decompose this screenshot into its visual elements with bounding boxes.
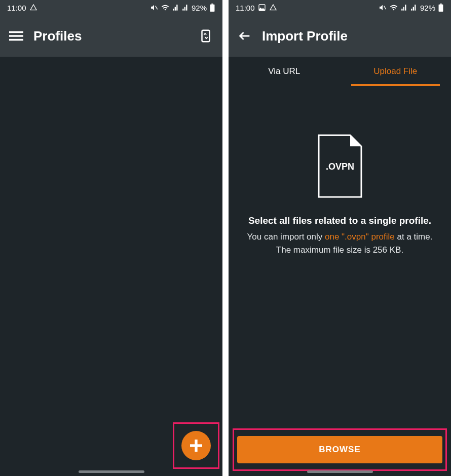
- import-tabs: Via URL Upload File: [229, 57, 451, 86]
- svg-rect-2: [211, 4, 213, 5]
- svg-rect-5: [9, 39, 23, 41]
- svg-rect-4: [9, 35, 23, 37]
- wifi-icon: [389, 4, 398, 12]
- status-bar: 11:00 92%: [229, 0, 451, 15]
- battery-icon: [438, 4, 444, 12]
- ovpn-file-icon: .OVPN: [318, 134, 362, 198]
- upload-content: .OVPN Select all files related to a sing…: [229, 86, 451, 266]
- wifi-icon: [161, 4, 170, 12]
- page-title: Import Profile: [262, 28, 442, 44]
- swap-device-icon[interactable]: [198, 28, 213, 44]
- triangle-icon: [29, 4, 37, 12]
- battery-icon: [209, 4, 215, 12]
- back-icon[interactable]: [238, 29, 252, 43]
- add-profile-button[interactable]: [181, 431, 211, 460]
- profiles-screen: 11:00 92% Pro: [0, 0, 222, 476]
- fab-highlight-box: [173, 422, 219, 469]
- svg-rect-1: [210, 5, 215, 12]
- svg-rect-8: [190, 444, 202, 447]
- status-time: 11:00: [236, 4, 255, 12]
- svg-rect-3: [9, 31, 23, 33]
- svg-line-10: [384, 6, 386, 10]
- battery-percent: 92%: [420, 4, 435, 12]
- upload-description: You can import only one ".ovpn" profile …: [239, 230, 441, 256]
- mute-icon: [150, 4, 158, 12]
- signal-icon: [401, 4, 408, 11]
- svg-rect-11: [439, 5, 443, 12]
- signal2-icon: [410, 4, 418, 11]
- tab-via-url[interactable]: Via URL: [229, 57, 340, 86]
- svg-rect-6: [202, 30, 210, 42]
- app-bar: Import Profile: [229, 15, 451, 57]
- file-extension-label: .OVPN: [325, 162, 354, 172]
- status-bar: 11:00 92%: [0, 0, 222, 15]
- browse-button[interactable]: BROWSE: [237, 436, 442, 463]
- nav-indicator: [307, 470, 373, 473]
- svg-rect-12: [440, 4, 442, 5]
- status-time: 11:00: [7, 4, 26, 12]
- import-screen: 11:00 92%: [229, 0, 451, 476]
- profiles-content: [0, 57, 222, 476]
- highlight-ovpn: one ".ovpn" profile: [325, 232, 395, 242]
- menu-icon[interactable]: [9, 29, 23, 43]
- battery-percent: 92%: [192, 4, 207, 12]
- browse-highlight-box: BROWSE: [233, 428, 447, 471]
- app-bar: Profiles: [0, 15, 222, 57]
- nav-indicator: [79, 470, 144, 473]
- signal-icon: [172, 4, 179, 11]
- upload-heading: Select all files related to a single pro…: [239, 215, 441, 226]
- triangle-icon: [269, 4, 277, 12]
- signal2-icon: [182, 4, 189, 11]
- tab-upload-file[interactable]: Upload File: [340, 57, 452, 86]
- svg-line-0: [156, 6, 158, 10]
- mute-icon: [379, 4, 387, 12]
- image-icon: [258, 4, 266, 12]
- page-title: Profiles: [33, 28, 188, 44]
